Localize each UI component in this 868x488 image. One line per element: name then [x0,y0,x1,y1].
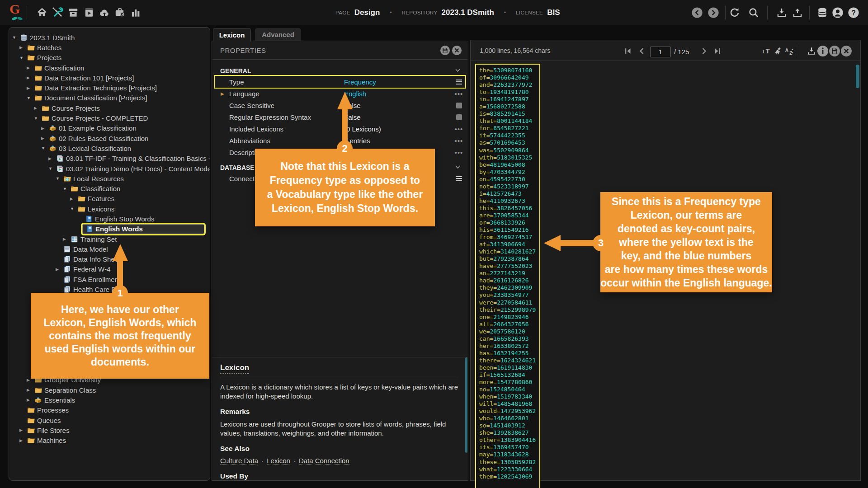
expander-closed-icon[interactable]: ▶ [19,45,27,50]
see-also-link[interactable]: Data Connection [299,457,349,465]
expander-open-icon[interactable]: ▼ [41,146,49,150]
tree-item-features[interactable]: ▶Features [9,194,210,204]
tree-item-01-example-classification[interactable]: ▶01 Example Classification [9,123,210,133]
section-header[interactable]: GENERAL [212,66,468,76]
expander-closed-icon[interactable]: ▶ [48,156,56,161]
checkbox-icon[interactable] [456,114,462,120]
tree-item-projects[interactable]: ▼Projects [9,53,210,63]
page-number-input[interactable]: 1 [650,47,671,57]
ellipsis-icon[interactable]: ••• [455,137,463,145]
bar-chart-icon[interactable] [130,7,142,19]
batch-run-icon[interactable] [83,7,95,19]
tree-item-training-set[interactable]: ▶Training Set [9,234,210,244]
expander-closed-icon[interactable]: ▶ [27,66,34,70]
tree-item-data-info-sheet[interactable]: Data Info Sheet [9,254,210,264]
ellipsis-icon[interactable]: ••• [455,90,463,98]
ellipsis-icon[interactable]: ••• [455,149,463,156]
tree-item-local-resources[interactable]: ▼Local Resources [9,174,210,183]
ellipsis-icon[interactable]: ••• [455,125,463,133]
see-also-link[interactable]: Culture Data [220,457,258,465]
expander-closed-icon[interactable]: ▶ [27,75,34,80]
expander-closed-icon[interactable]: ▶ [34,106,42,110]
expander-closed-icon[interactable]: ▶ [70,197,78,201]
user-icon[interactable] [832,7,844,19]
tree-item-data-extraction-101-projects[interactable]: ▶Data Extraction 101 [Projects] [9,73,210,83]
info-button[interactable] [817,45,829,57]
expander-open-icon[interactable]: ▼ [48,166,56,171]
back-icon[interactable] [691,7,703,19]
property-row-type[interactable]: TypeFrequency [215,76,465,88]
menu-icon[interactable] [456,176,462,181]
property-row-included-lexicons[interactable]: Included Lexicons(0 Lexicons)••• [215,123,465,135]
tree-item-data-model[interactable]: Data Model [9,244,210,254]
expander-closed-icon[interactable]: ▶ [27,398,34,402]
tree-item-separation-class[interactable]: ▶Separation Class [9,385,210,395]
forward-icon[interactable] [708,7,719,19]
refresh-icon[interactable] [729,7,741,19]
expander-closed-icon[interactable]: ▶ [27,388,34,392]
expander-closed-icon[interactable]: ▶ [41,136,49,141]
save-button[interactable] [829,45,840,57]
repository-value[interactable]: 2023.1 DSmith [442,8,494,17]
expander-open-icon[interactable]: ▼ [63,187,71,191]
tree-item-machines[interactable]: ▶Machines [9,436,210,446]
property-value[interactable]: (0 Lexicons) [344,125,381,133]
help-icon[interactable]: ? [848,7,859,19]
expander-open-icon[interactable]: ▼ [70,206,78,211]
expander-closed-icon[interactable]: ▶ [19,438,27,443]
tree-item-03-01-tf-idf-training-classification-basics-co[interactable]: ▶03.01 TF-IDF - Training & Classificatio… [9,154,210,164]
sort-az-button[interactable]: AZ [785,46,795,56]
search-icon[interactable] [748,7,760,19]
page-value[interactable]: Design [354,8,380,17]
tools-icon[interactable] [52,7,64,19]
tree-item-2023-1-dsmith[interactable]: ▼2023.1 DSmith [9,33,210,42]
first-page-button[interactable] [623,46,633,56]
save-button[interactable] [440,45,450,57]
expander-open-icon[interactable]: ▼ [12,35,20,40]
expander-closed-icon[interactable]: ▶ [56,267,63,272]
tree-item-federal-w-4[interactable]: ▶Federal W-4 [9,264,210,274]
prev-page-button[interactable] [637,46,647,56]
tree-item-classification[interactable]: ▼Classification [9,183,210,193]
upload-icon[interactable] [792,7,803,19]
expander-closed-icon[interactable]: ▶ [41,126,49,131]
property-row-regular-expression-syntax[interactable]: Regular Expression SyntaxFalse [215,111,465,123]
expander-closed-icon[interactable]: ▶ [19,428,27,432]
tree-item-english-words[interactable]: English Words [9,224,210,234]
checkbox-icon[interactable] [456,103,462,108]
tree-item-course-projects-completed[interactable]: ▼Course Projects - COMPLETED [9,113,210,123]
archive-icon[interactable] [67,7,79,19]
expander-closed-icon[interactable]: ▶ [221,91,229,96]
expander-open-icon[interactable]: ▼ [19,56,27,60]
expander-closed-icon[interactable]: ▶ [63,237,71,241]
tab-advanced[interactable]: Advanced [255,28,301,41]
tree-item-english-stop-words[interactable]: English Stop Words [9,214,210,224]
tree-item-document-classification-projects[interactable]: ▼Document Classification [Projects] [9,93,210,103]
tree-item-file-stores[interactable]: ▶File Stores [9,425,210,435]
tree-item-processes[interactable]: Processes [9,405,210,415]
expander-closed-icon[interactable]: ▶ [27,86,34,90]
font-size-button[interactable]: tT [763,46,773,56]
last-page-button[interactable] [712,46,722,56]
tree-item-essentials[interactable]: ▶Essentials [9,395,210,405]
clean-button[interactable] [774,46,784,56]
tree-item-queues[interactable]: Queues [9,415,210,425]
expander-open-icon[interactable]: ▼ [34,116,42,121]
tree-item-classification[interactable]: ▶Classification [9,63,210,73]
doc-title[interactable]: Lexicon [220,363,249,374]
property-value[interactable]: Frequency [344,78,376,86]
see-also-link[interactable]: Lexicon [267,457,290,465]
cloud-upload-icon[interactable] [99,7,110,19]
grooper-logo[interactable]: G [9,1,26,24]
tree-item-fsa-enrollment[interactable]: FSA Enrollment [9,274,210,284]
scrollbar-thumb[interactable] [856,65,859,88]
tab-lexicon[interactable]: Lexicon [213,28,251,42]
download-button[interactable] [807,46,816,56]
scrollbar-thumb[interactable] [465,357,467,453]
database-icon[interactable] [816,7,828,19]
tree-item-course-projects[interactable]: ▶Course Projects [9,103,210,113]
download-icon[interactable] [776,7,788,19]
tree-item-data-extraction-techniques-projects[interactable]: ▶Data Extraction Techniques [Projects] [9,83,210,93]
next-page-button[interactable] [699,46,709,56]
lexicon-text-editor[interactable]: the=53098074160of=30966642049and=2263237… [475,64,540,488]
